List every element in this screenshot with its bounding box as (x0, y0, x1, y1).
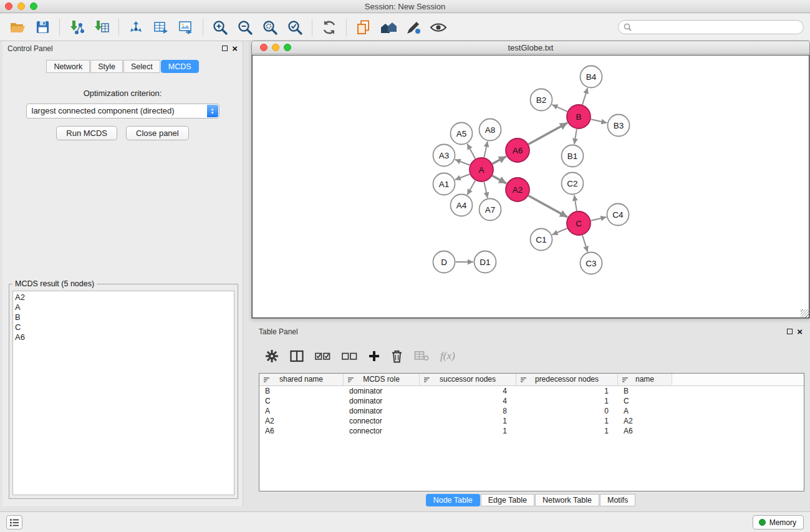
table-cell[interactable]: C (259, 396, 344, 406)
mcds-result-item[interactable]: B (15, 312, 234, 322)
window-resize-grip[interactable] (801, 309, 809, 317)
table-cell[interactable]: dominator (344, 406, 420, 416)
mcds-result-item[interactable]: C (15, 322, 234, 332)
table-cell[interactable]: 1 (516, 416, 618, 426)
network-window-titlebar[interactable]: testGlobe.txt (252, 41, 809, 54)
open-session-button[interactable] (5, 16, 30, 39)
edge-B-B1[interactable] (574, 129, 577, 144)
search-field[interactable] (618, 20, 804, 34)
network-canvas-svg[interactable]: B4B2BB3A8A5A6A3B1AA1C2A2A4A7C4CC1DD1C3 (253, 56, 809, 318)
network-minimize-traffic-light-icon[interactable] (272, 44, 279, 51)
refresh-layout-button[interactable] (317, 16, 342, 39)
table-float-panel-icon[interactable] (787, 329, 793, 334)
table-row[interactable]: Cdominator41C (259, 396, 804, 406)
network-canvas[interactable]: B4B2BB3A8A5A6A3B1AA1C2A2A4A7C4CC1DD1C3 (252, 55, 809, 318)
duplicate-network-button[interactable] (351, 16, 376, 39)
column-header-successor-nodes[interactable]: successor nodes (420, 374, 516, 386)
table-cell[interactable]: A6 (618, 426, 672, 436)
tab-mcds[interactable]: MCDS (161, 60, 199, 73)
column-header-predecessor-nodes[interactable]: predecessor nodes (516, 374, 618, 386)
network-zoom-traffic-light-icon[interactable] (284, 44, 291, 51)
task-history-button[interactable] (6, 515, 22, 530)
paint-style-button[interactable] (401, 16, 426, 39)
edge-A-A4[interactable] (467, 180, 475, 195)
close-traffic-light-icon[interactable] (5, 2, 12, 10)
node-B4[interactable]: B4 (581, 66, 602, 88)
node-D1[interactable]: D1 (475, 251, 496, 273)
delete-table-button[interactable] (414, 347, 429, 365)
node-A5[interactable]: A5 (451, 123, 473, 145)
home-layout-button[interactable] (376, 16, 401, 39)
mcds-result-item[interactable]: A (15, 302, 234, 312)
node-A6[interactable]: A6 (506, 138, 529, 162)
toggle-visibility-button[interactable] (426, 16, 451, 39)
table-cell[interactable]: A2 (618, 416, 672, 426)
table-cell[interactable]: dominator (344, 386, 420, 396)
float-panel-icon[interactable] (222, 46, 228, 51)
export-image-button[interactable] (173, 16, 198, 39)
close-panel-button[interactable]: Close panel (126, 126, 189, 140)
node-B2[interactable]: B2 (531, 89, 552, 111)
node-table[interactable]: shared nameMCDS rolesuccessor nodesprede… (259, 373, 804, 491)
table-cell[interactable]: B (259, 386, 344, 396)
node-A3[interactable]: A3 (433, 145, 455, 167)
zoom-selected-button[interactable] (282, 16, 307, 39)
table-cell[interactable]: 1 (420, 426, 516, 436)
edge-B-B4[interactable] (582, 88, 587, 105)
node-A4[interactable]: A4 (451, 195, 473, 216)
mcds-result-list[interactable]: A2ABCA6 (12, 291, 234, 495)
node-C4[interactable]: C4 (607, 204, 629, 226)
edge-A-A1[interactable] (455, 174, 470, 180)
table-cell[interactable]: A2 (259, 416, 344, 426)
table-cell[interactable]: C (618, 396, 672, 406)
node-B3[interactable]: B3 (608, 115, 630, 137)
table-cell[interactable]: 8 (420, 406, 516, 416)
tab-motifs[interactable]: Motifs (600, 494, 635, 506)
edge-C-C3[interactable] (582, 235, 587, 252)
table-cell[interactable]: 4 (420, 386, 516, 396)
column-header-shared-name[interactable]: shared name (259, 374, 344, 386)
node-D[interactable]: D (433, 251, 455, 273)
save-session-button[interactable] (30, 16, 55, 39)
add-row-button[interactable] (369, 347, 380, 365)
table-cell[interactable]: 4 (420, 396, 516, 406)
edge-A-A8[interactable] (484, 142, 488, 158)
table-cell[interactable]: A (618, 406, 672, 416)
import-network-file-button[interactable] (64, 16, 89, 39)
table-cell[interactable]: A6 (259, 426, 344, 436)
table-row[interactable]: Adominator80A (259, 406, 804, 416)
node-A[interactable]: A (470, 158, 493, 181)
edge-A-A5[interactable] (467, 144, 475, 159)
table-cell[interactable]: dominator (344, 396, 420, 406)
edge-A6-B[interactable] (529, 123, 568, 144)
edge-A-A6[interactable] (493, 157, 506, 164)
table-cell[interactable]: connector (344, 426, 420, 436)
mcds-result-item[interactable]: A2 (15, 293, 234, 302)
column-header-name[interactable]: name (618, 374, 672, 386)
delete-row-button[interactable] (391, 347, 403, 365)
node-A2[interactable]: A2 (506, 178, 529, 201)
tab-node-table[interactable]: Node Table (426, 494, 480, 506)
tab-style[interactable]: Style (90, 60, 123, 73)
tab-network[interactable]: Network (46, 60, 90, 73)
mcds-result-item[interactable]: A6 (15, 332, 234, 342)
close-panel-x-icon[interactable]: × (232, 41, 238, 56)
table-cell[interactable]: 1 (420, 416, 516, 426)
table-cell[interactable]: B (618, 386, 672, 396)
edge-A-A7[interactable] (484, 182, 488, 198)
node-C[interactable]: C (567, 211, 591, 235)
new-network-button[interactable] (123, 16, 148, 39)
run-mcds-button[interactable]: Run MCDS (56, 126, 117, 140)
edge-A2-C[interactable] (529, 196, 568, 217)
table-cell[interactable]: 1 (516, 396, 618, 406)
network-view-window[interactable]: testGlobe.txt B4B2BB3A8A5A6A3B1AA1C2A2A4… (251, 41, 810, 319)
show-column-button[interactable] (290, 347, 304, 365)
node-C1[interactable]: C1 (531, 229, 552, 251)
edge-B-B2[interactable] (552, 105, 567, 112)
function-builder-button[interactable]: f(x) (440, 347, 455, 365)
edge-A-A3[interactable] (455, 160, 470, 165)
network-close-traffic-light-icon[interactable] (260, 44, 268, 51)
table-row[interactable]: A6connector11A6 (259, 426, 804, 436)
tab-select[interactable]: Select (123, 60, 160, 73)
minimize-traffic-light-icon[interactable] (17, 2, 25, 10)
